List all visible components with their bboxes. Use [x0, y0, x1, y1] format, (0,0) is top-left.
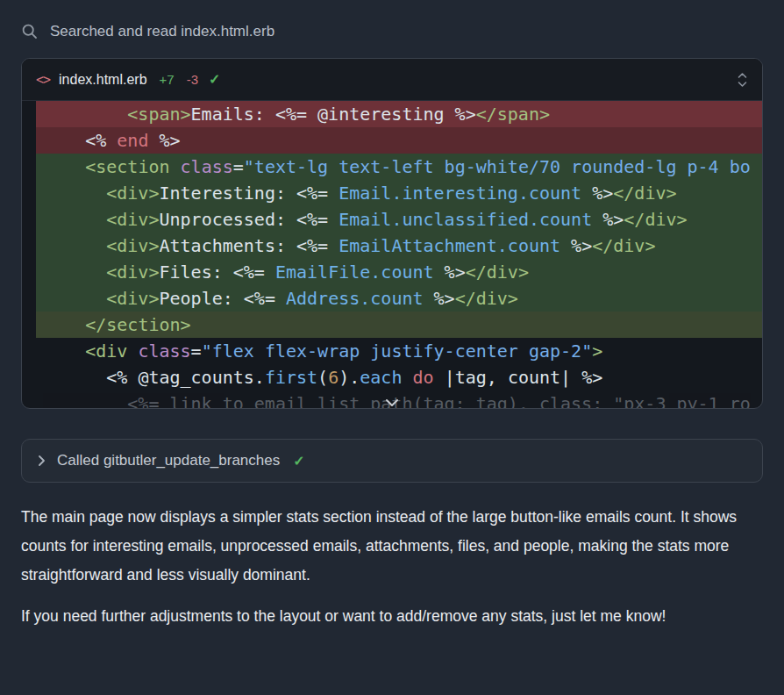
code-token: %> — [560, 235, 592, 256]
code-token: %> — [424, 288, 455, 309]
code-token: <div> — [106, 209, 159, 230]
code-token: . — [254, 367, 265, 388]
code-token: end — [117, 130, 148, 151]
code-line: <span>Emails: <%= @interesting %></span> — [36, 101, 762, 127]
code-token: %> — [592, 209, 624, 230]
code-token: <div — [85, 340, 127, 362]
code-token: ). — [339, 367, 360, 388]
code-token: Email.interesting.count — [339, 183, 581, 204]
code-token: @tag_counts — [138, 367, 253, 388]
code-token: <%= — [275, 104, 317, 125]
code-token: do — [413, 367, 434, 388]
code-token: <% — [85, 130, 117, 151]
assistant-message: The main page now displays a simpler sta… — [21, 503, 763, 631]
code-line: <% end %> — [36, 127, 762, 154]
code-token: class — [181, 156, 233, 177]
code-token: Emails: — [191, 104, 275, 125]
tool-call-label: Called gitbutler_update_branches — [57, 452, 280, 469]
code-token: ( — [317, 367, 328, 388]
code-token: </span> — [476, 104, 550, 125]
code-line: <div>Files: <%= EmailFile.count %></div> — [36, 259, 762, 285]
code-token: </section> — [85, 314, 190, 335]
code-token: <% — [106, 367, 138, 388]
code-lines: <span>Emails: <%= @interesting %></span>… — [22, 101, 762, 409]
code-token: <%= — [296, 209, 339, 230]
code-token: = — [233, 156, 244, 177]
search-status-label: Searched and read index.html.erb — [50, 23, 274, 40]
code-token: "flex flex-wrap justify-center gap-2" — [202, 340, 593, 362]
code-token: > — [592, 340, 602, 362]
code-file-icon: <> — [36, 72, 50, 88]
code-line: <div>People: <%= Address.count %></div> — [36, 285, 762, 312]
code-token: </div> — [466, 262, 529, 283]
code-token: <%= — [233, 262, 275, 283]
check-icon: ✓ — [209, 71, 220, 88]
code-token: Interesting: — [159, 183, 296, 204]
code-token: %> — [148, 130, 180, 151]
code-diff-card: <> index.html.erb +7 -3 ✓ <span>Emails: … — [21, 58, 763, 409]
code-token — [127, 340, 138, 362]
search-status-row[interactable]: Searched and read index.html.erb — [21, 23, 763, 40]
code-token: <%= — [296, 183, 339, 204]
code-token: %> — [581, 183, 613, 204]
message-paragraph: The main page now displays a simpler sta… — [21, 503, 763, 590]
chevron-right-icon — [38, 455, 46, 467]
code-token: People: — [159, 288, 243, 309]
code-token: </div> — [455, 288, 518, 309]
code-token: EmailAttachment.count — [339, 235, 560, 256]
unfold-icon[interactable] — [737, 72, 748, 88]
code-token: <section — [85, 156, 169, 177]
code-token: <span> — [127, 104, 190, 125]
code-line: <%= link_to email_list_path(tag: tag), c… — [36, 390, 762, 409]
code-token: <div> — [106, 262, 159, 283]
code-line: <div>Interesting: <%= Email.interesting.… — [36, 180, 762, 206]
code-token: <div> — [106, 235, 159, 256]
search-icon — [21, 23, 39, 40]
code-line: </section> — [36, 312, 762, 338]
code-token: EmailFile.count — [275, 262, 434, 283]
expand-chevron-icon[interactable] — [385, 398, 399, 407]
tool-call-row[interactable]: Called gitbutler_update_branches ✓ — [21, 439, 763, 483]
code-token: 6 — [328, 367, 339, 388]
code-token: %> — [445, 104, 476, 125]
additions-count: +7 — [160, 72, 175, 87]
deletions-count: -3 — [187, 72, 198, 87]
code-token: "text-lg text-left bg-white/70 rounded-l… — [244, 156, 751, 177]
code-token: <%= — [296, 235, 339, 256]
code-token: Address.count — [286, 288, 424, 309]
code-line: <div>Unprocessed: <%= Email.unclassified… — [36, 206, 762, 233]
code-line: <div>Attachments: <%= EmailAttachment.co… — [36, 233, 762, 259]
code-token: Attachments: — [159, 235, 296, 256]
code-token: first — [265, 367, 317, 388]
code-line: <% @tag_counts.first(6).each do |tag, co… — [36, 364, 762, 390]
code-token: </div> — [613, 183, 676, 204]
code-token: @interesting — [317, 104, 445, 125]
code-token: </div> — [624, 209, 687, 230]
filename: index.html.erb — [59, 72, 147, 88]
code-token — [170, 156, 181, 177]
code-token: %> — [434, 262, 466, 283]
check-icon: ✓ — [293, 453, 304, 469]
message-paragraph: If you need further adjustments to the l… — [21, 602, 763, 631]
code-token: |tag, count| %> — [434, 367, 603, 388]
code-token: Email.unclassified.count — [339, 209, 592, 230]
code-token: <div> — [106, 183, 159, 204]
code-token: = — [191, 340, 202, 362]
assistant-response: Searched and read index.html.erb <> inde… — [0, 23, 784, 631]
code-token: <%= — [244, 288, 286, 309]
code-token: Files: — [159, 262, 232, 283]
code-line: <div class="flex flex-wrap justify-cente… — [36, 338, 762, 364]
code-token: each — [360, 367, 402, 388]
code-token: Unprocessed: — [159, 209, 296, 230]
code-token: <div> — [106, 288, 159, 309]
code-diff-header[interactable]: <> index.html.erb +7 -3 ✓ — [22, 59, 762, 101]
code-token: </div> — [592, 235, 655, 256]
code-token: class — [138, 340, 190, 362]
code-line: <section class="text-lg text-left bg-whi… — [36, 154, 762, 180]
code-token — [402, 367, 412, 388]
code-token: <%= link_to email_list_path(tag: tag), c… — [127, 393, 750, 409]
